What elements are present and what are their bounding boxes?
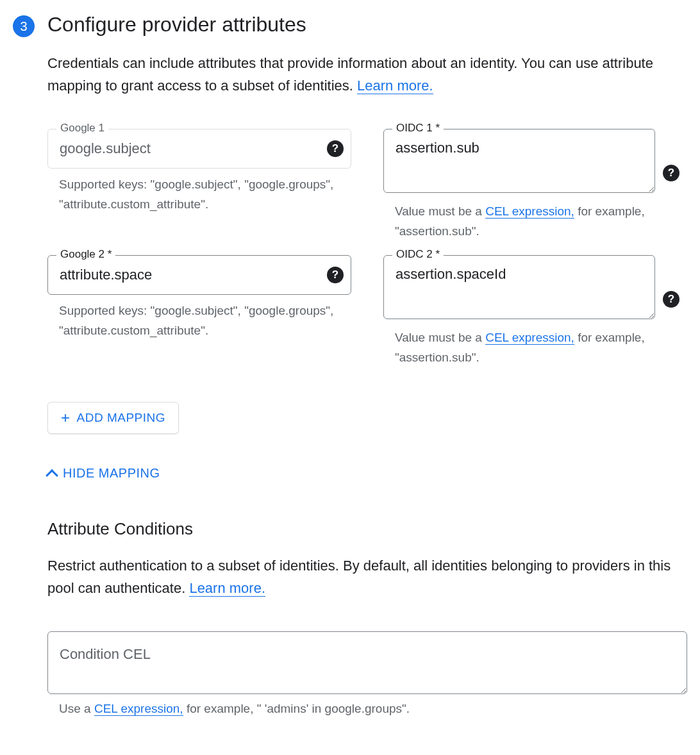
plus-icon: + (61, 410, 71, 426)
cel-expression-link[interactable]: CEL expression, (485, 204, 574, 219)
help-icon[interactable]: ? (663, 291, 679, 308)
google2-label: Google 2 * (56, 248, 115, 261)
attribute-conditions-title: Attribute Conditions (47, 519, 687, 539)
attribute-conditions-description: Restrict authentication to a subset of i… (47, 554, 687, 599)
step-description-text: Credentials can include attributes that … (47, 55, 653, 94)
google1-label: Google 1 (56, 122, 108, 135)
google1-helper: Supported keys: "google.subject", "googl… (47, 175, 351, 214)
google2-helper: Supported keys: "google.subject", "googl… (47, 301, 351, 340)
cel-expression-link[interactable]: CEL expression, (94, 702, 183, 716)
hide-mapping-label: HIDE MAPPING (63, 466, 160, 481)
help-icon[interactable]: ? (327, 267, 344, 283)
step-description: Credentials can include attributes that … (47, 52, 687, 97)
condition-cel-input[interactable] (47, 631, 687, 694)
oidc2-input[interactable] (383, 255, 655, 319)
add-mapping-button[interactable]: + ADD MAPPING (47, 402, 179, 434)
learn-more-link[interactable]: Learn more. (189, 580, 265, 597)
add-mapping-label: ADD MAPPING (77, 411, 166, 425)
oidc2-label: OIDC 2 * (392, 248, 444, 261)
hide-mapping-button[interactable]: HIDE MAPPING (47, 466, 160, 481)
page-title: Configure provider attributes (47, 13, 687, 37)
google1-input (47, 129, 351, 169)
oidc1-helper: Value must be a CEL expression, for exam… (383, 202, 687, 241)
oidc1-input[interactable] (383, 129, 655, 193)
google2-input[interactable] (47, 255, 351, 295)
learn-more-link[interactable]: Learn more. (357, 78, 433, 94)
step-number-badge: 3 (13, 15, 35, 37)
cel-expression-link[interactable]: CEL expression, (485, 331, 574, 345)
oidc2-helper: Value must be a CEL expression, for exam… (383, 328, 687, 367)
help-icon[interactable]: ? (663, 165, 679, 181)
condition-helper: Use a CEL expression, for example, " 'ad… (47, 702, 687, 716)
help-icon[interactable]: ? (327, 140, 344, 157)
chevron-up-icon (46, 470, 58, 483)
oidc1-label: OIDC 1 * (392, 122, 444, 135)
